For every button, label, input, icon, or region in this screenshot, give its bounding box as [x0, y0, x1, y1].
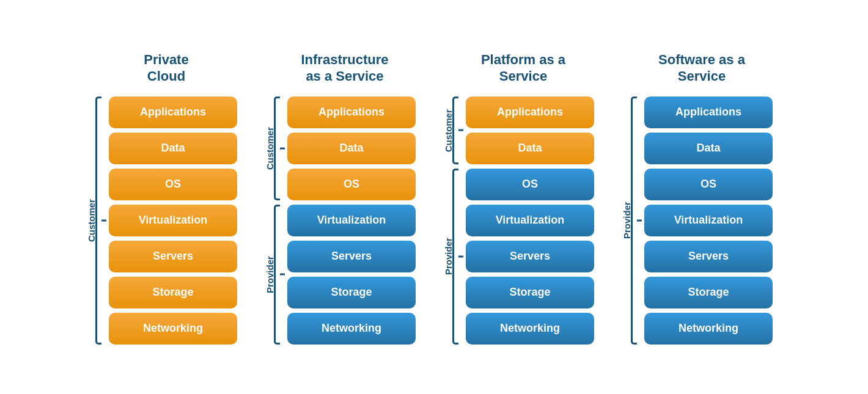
bracket-line-paas-0: [452, 97, 458, 164]
bracket-arm-iaas-1: [280, 274, 285, 275]
tile-saas-0-3: Virtualization: [644, 205, 773, 236]
brace-iaas-0: Customer: [265, 97, 287, 200]
tile-iaas-0-1: Data: [287, 133, 416, 164]
tile-private-cloud-0-4: Servers: [109, 241, 237, 272]
tile-iaas-1-0: Virtualization: [287, 205, 416, 236]
bracket-arm-paas-1: [458, 255, 463, 257]
title-iaas: Infrastructureas a Service: [301, 50, 388, 87]
tile-saas-0-1: Data: [644, 133, 773, 164]
bracket-arm-iaas-0: [280, 147, 285, 149]
bracket-label-saas-0: Provider: [622, 97, 631, 345]
tile-paas-1-1: Virtualization: [466, 205, 594, 236]
column-paas: Platform as aServiceCustomerApplications…: [444, 50, 603, 345]
group-paas-1: ProviderOSVirtualizationServersStorageNe…: [444, 169, 603, 345]
tiles-private-cloud-0: ApplicationsDataOSVirtualizationServersS…: [109, 97, 246, 345]
tile-paas-1-2: Servers: [466, 241, 594, 272]
brace-private-cloud-0: Customer: [87, 97, 109, 345]
body-private-cloud: CustomerApplicationsDataOSVirtualization…: [87, 97, 246, 345]
bracket-line-iaas-0: [274, 97, 280, 200]
bracket-label-iaas-0: Customer: [265, 97, 274, 200]
bracket-label-private-cloud-0: Customer: [87, 97, 95, 345]
tile-private-cloud-0-2: OS: [109, 169, 237, 200]
tile-private-cloud-0-0: Applications: [109, 97, 237, 128]
tiles-paas-0: ApplicationsData: [466, 97, 603, 164]
bracket-line-iaas-1: [274, 205, 280, 345]
group-iaas-1: ProviderVirtualizationServersStorageNetw…: [265, 205, 424, 345]
title-saas: Software as aService: [658, 50, 745, 87]
tile-private-cloud-0-6: Networking: [109, 313, 237, 345]
tile-saas-0-2: OS: [644, 169, 773, 200]
title-private-cloud: PrivateCloud: [144, 50, 188, 87]
bracket-arm-saas-0: [637, 219, 642, 221]
brace-saas-0: Provider: [622, 97, 644, 345]
tile-saas-0-4: Servers: [644, 241, 773, 272]
tiles-saas-0: ApplicationsDataOSVirtualizationServersS…: [644, 97, 781, 345]
tile-paas-1-0: OS: [466, 169, 594, 200]
tile-saas-0-0: Applications: [644, 97, 773, 128]
tile-iaas-1-2: Storage: [287, 277, 416, 308]
bracket-label-paas-1: Provider: [444, 169, 452, 345]
group-saas-0: ProviderApplicationsDataOSVirtualization…: [622, 97, 781, 345]
bracket-line-paas-1: [452, 169, 458, 345]
brace-paas-0: Customer: [444, 97, 466, 164]
tile-paas-1-3: Storage: [466, 277, 594, 308]
body-iaas: CustomerApplicationsDataOSProviderVirtua…: [265, 97, 424, 345]
column-saas: Software as aServiceProviderApplications…: [622, 50, 781, 345]
tiles-iaas-1: VirtualizationServersStorageNetworking: [287, 205, 424, 345]
brace-iaas-1: Provider: [265, 205, 287, 345]
group-private-cloud-0: CustomerApplicationsDataOSVirtualization…: [87, 97, 246, 345]
diagram: PrivateCloudCustomerApplicationsDataOSVi…: [68, 38, 800, 357]
tile-private-cloud-0-1: Data: [109, 133, 237, 164]
brace-paas-1: Provider: [444, 169, 466, 345]
tile-iaas-1-3: Networking: [287, 313, 416, 345]
tiles-paas-1: OSVirtualizationServersStorageNetworking: [466, 169, 603, 345]
tile-iaas-0-0: Applications: [287, 97, 416, 128]
group-iaas-0: CustomerApplicationsDataOS: [265, 97, 424, 200]
bracket-arm-private-cloud-0: [101, 219, 106, 221]
column-private-cloud: PrivateCloudCustomerApplicationsDataOSVi…: [87, 50, 246, 345]
tiles-iaas-0: ApplicationsDataOS: [287, 97, 424, 200]
group-paas-0: CustomerApplicationsData: [444, 97, 603, 164]
tile-paas-0-0: Applications: [466, 97, 594, 128]
bracket-arm-paas-0: [458, 130, 463, 131]
column-iaas: Infrastructureas a ServiceCustomerApplic…: [265, 50, 424, 345]
tile-paas-0-1: Data: [466, 133, 594, 164]
bracket-line-saas-0: [631, 97, 637, 345]
bracket-label-iaas-1: Provider: [265, 205, 274, 345]
bracket-line-private-cloud-0: [95, 97, 101, 345]
tile-private-cloud-0-3: Virtualization: [109, 205, 237, 236]
tile-paas-1-4: Networking: [466, 313, 594, 345]
bracket-label-paas-0: Customer: [444, 97, 452, 164]
tile-private-cloud-0-5: Storage: [109, 277, 237, 308]
tile-iaas-1-1: Servers: [287, 241, 416, 272]
title-paas: Platform as aService: [481, 50, 565, 87]
body-paas: CustomerApplicationsDataProviderOSVirtua…: [444, 97, 603, 345]
tile-saas-0-5: Storage: [644, 277, 773, 308]
tile-saas-0-6: Networking: [644, 313, 773, 345]
tile-iaas-0-2: OS: [287, 169, 416, 200]
body-saas: ProviderApplicationsDataOSVirtualization…: [622, 97, 781, 345]
